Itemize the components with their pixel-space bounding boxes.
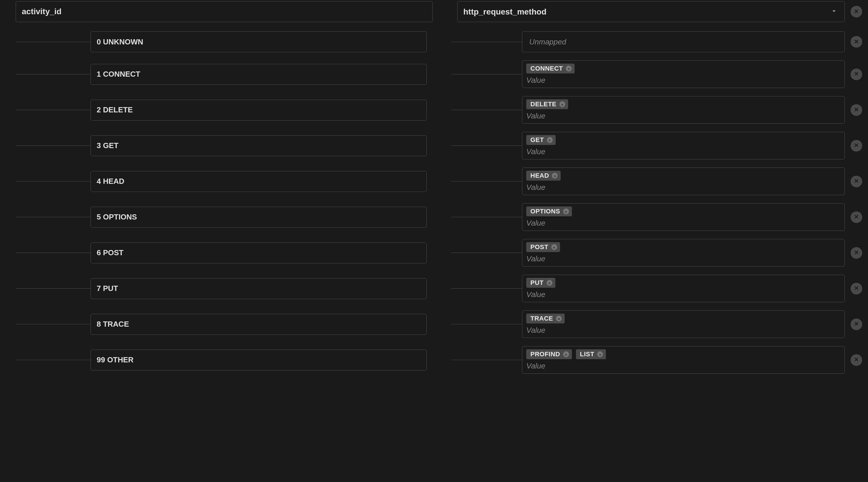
tag: DELETE <box>526 99 568 109</box>
right-field-select-wrap: http_request_method <box>457 1 845 22</box>
activity-value-text: 3 GET <box>97 141 119 150</box>
tag: PUT <box>526 278 555 288</box>
close-icon <box>853 285 860 292</box>
value-placeholder: Value <box>526 112 840 121</box>
tag-input-box[interactable]: POSTValue <box>522 239 845 267</box>
tag-input-box[interactable]: PROFINDLISTValue <box>522 346 845 374</box>
tag: HEAD <box>526 171 561 181</box>
mapping-row-right: TRACEValue <box>451 310 862 338</box>
activity-value-box[interactable]: 6 POST <box>91 242 427 263</box>
activity-value-box[interactable]: 3 GET <box>91 135 427 156</box>
connector-line <box>16 252 91 253</box>
tag-remove-button[interactable] <box>563 351 569 357</box>
activity-value-text: 8 TRACE <box>97 320 129 329</box>
tag-input-box[interactable]: PUTValue <box>522 275 845 302</box>
activity-value-box[interactable]: 99 OTHER <box>91 350 427 370</box>
tag-remove-button[interactable] <box>552 173 558 179</box>
close-icon <box>564 208 567 215</box>
mapping-row: 99 OTHERPROFINDLISTValue <box>16 346 862 374</box>
mapping-row-right: DELETEValue <box>451 96 862 124</box>
tag-remove-button[interactable] <box>547 280 553 286</box>
row-remove-wrap <box>845 211 862 223</box>
tag-row: PUT <box>526 278 840 288</box>
right-field-select[interactable]: http_request_method <box>457 1 845 22</box>
tag-remove-button[interactable] <box>559 101 565 107</box>
mapping-row-right: PUTValue <box>451 275 862 302</box>
activity-value-box[interactable]: 4 HEAD <box>91 171 427 192</box>
tag-row: CONNECT <box>526 64 840 73</box>
close-icon <box>853 356 860 364</box>
tag-remove-button[interactable] <box>547 137 553 143</box>
close-icon <box>853 178 860 185</box>
activity-value-text: 6 POST <box>97 248 123 257</box>
mapping-row-left: 0 UNKNOWN <box>16 31 427 52</box>
row-remove-wrap <box>845 283 862 295</box>
mapping-row-left: 3 GET <box>16 135 427 156</box>
tag-label: TRACE <box>530 315 553 322</box>
value-placeholder: Value <box>526 254 840 263</box>
activity-value-text: 2 DELETE <box>97 106 133 114</box>
tag-remove-button[interactable] <box>566 66 571 71</box>
tag-label: DELETE <box>530 100 557 108</box>
close-icon <box>598 351 602 358</box>
tag-input-box[interactable]: GETValue <box>522 132 845 159</box>
row-remove-wrap <box>845 176 862 187</box>
mapping-row: 8 TRACETRACEValue <box>16 310 862 338</box>
remove-row-button[interactable] <box>850 36 862 48</box>
tag-label: PUT <box>530 279 544 287</box>
value-placeholder: Value <box>526 147 840 156</box>
remove-row-button[interactable] <box>850 319 862 330</box>
remove-row-button[interactable] <box>850 68 862 80</box>
close-icon <box>853 70 860 78</box>
remove-row-button[interactable] <box>850 283 862 295</box>
row-remove-wrap <box>845 140 862 152</box>
activity-value-text: 0 UNKNOWN <box>97 37 143 47</box>
connector-line <box>451 42 522 42</box>
activity-value-box[interactable]: 2 DELETE <box>91 99 427 121</box>
tag-input-box[interactable]: TRACEValue <box>522 310 845 338</box>
remove-row-button[interactable] <box>850 176 862 187</box>
tag: POST <box>526 242 560 252</box>
tag: TRACE <box>526 313 565 324</box>
tag-label: LIST <box>580 351 594 358</box>
left-field-input[interactable] <box>16 1 433 22</box>
tag: CONNECT <box>526 64 575 73</box>
activity-value-box[interactable]: 8 TRACE <box>91 314 427 335</box>
mapping-row: 7 PUTPUTValue <box>16 275 862 302</box>
activity-value-text: 5 OPTIONS <box>97 213 137 221</box>
tag-input-box[interactable]: CONNECTValue <box>522 60 845 88</box>
value-placeholder: Value <box>526 361 840 370</box>
remove-row-button[interactable] <box>850 211 862 223</box>
tag-input-box[interactable]: Unmapped <box>522 31 845 52</box>
activity-value-box[interactable]: 5 OPTIONS <box>91 207 427 228</box>
tag-row: HEAD <box>526 171 840 181</box>
close-icon <box>553 172 557 179</box>
tag-remove-button[interactable] <box>563 209 569 214</box>
connector-line <box>16 42 91 42</box>
activity-value-box[interactable]: 0 UNKNOWN <box>91 31 427 52</box>
row-remove-wrap <box>845 104 862 116</box>
remove-row-button[interactable] <box>850 354 862 366</box>
tag-input-box[interactable]: HEADValue <box>522 168 845 195</box>
tag-label: CONNECT <box>530 65 563 72</box>
tag-label: HEAD <box>530 172 549 179</box>
connector-line <box>16 288 91 289</box>
tag-row: POST <box>526 242 840 252</box>
tag-row: TRACE <box>526 313 840 324</box>
connector-line <box>451 288 522 289</box>
activity-value-box[interactable]: 7 PUT <box>91 278 427 299</box>
tag-input-box[interactable]: DELETEValue <box>522 96 845 124</box>
remove-row-button[interactable] <box>850 247 862 259</box>
header-right-wrap: http_request_method <box>457 1 862 22</box>
tag-label: OPTIONS <box>530 208 560 215</box>
remove-row-button[interactable] <box>850 140 862 152</box>
tag-remove-button[interactable] <box>597 351 603 357</box>
remove-mapping-button[interactable] <box>850 6 862 18</box>
tag-input-box[interactable]: OPTIONSValue <box>522 203 845 231</box>
remove-row-button[interactable] <box>850 104 862 116</box>
tag-remove-button[interactable] <box>556 315 562 322</box>
activity-value-box[interactable]: 1 CONNECT <box>91 64 427 85</box>
value-placeholder: Value <box>526 219 840 228</box>
tag-remove-button[interactable] <box>551 244 557 250</box>
tag: GET <box>526 135 556 145</box>
